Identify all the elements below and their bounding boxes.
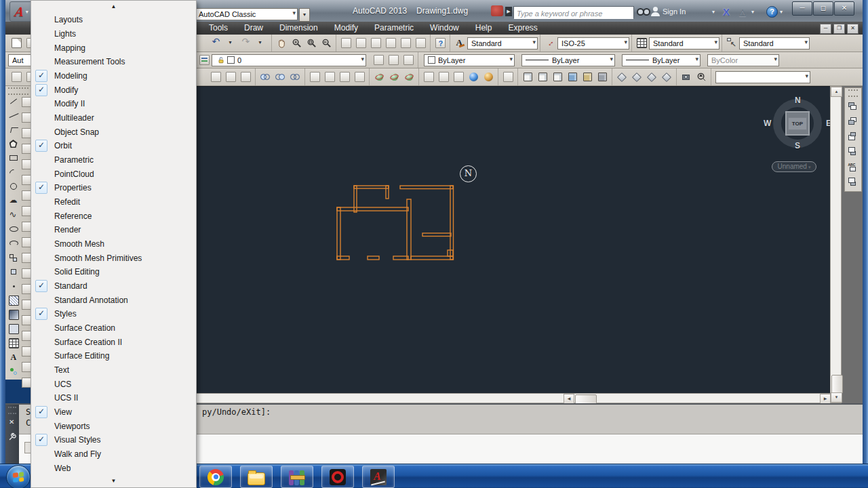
dimension-style-icon[interactable] — [545, 38, 555, 48]
region-icon[interactable] — [7, 322, 20, 336]
sheet-set-manager-icon[interactable] — [384, 37, 397, 50]
wall-segment[interactable] — [422, 233, 451, 237]
menubar-item-window[interactable]: Window — [422, 22, 467, 35]
send-under-objects-icon[interactable] — [846, 145, 859, 159]
union-icon[interactable] — [258, 70, 272, 84]
intersect-icon[interactable] — [288, 70, 302, 84]
new-file-icon[interactable] — [12, 38, 22, 48]
shades-of-gray-icon[interactable] — [615, 70, 629, 84]
text-style-icon[interactable] — [455, 38, 465, 48]
properties-palette-icon[interactable] — [339, 37, 353, 50]
layer-combo[interactable]: 0 — [212, 54, 366, 66]
viewcube[interactable]: N W E S TOP — [764, 96, 831, 150]
multileader-style-icon[interactable] — [727, 38, 737, 48]
north-symbol[interactable]: N — [460, 165, 477, 182]
color-combo[interactable]: ByLayer — [424, 54, 515, 66]
winrar-taskbar-button[interactable] — [281, 466, 313, 488]
menu-item-mapping[interactable]: Mapping — [32, 41, 195, 55]
subtract-icon[interactable] — [273, 70, 287, 84]
layer-states-icon[interactable] — [401, 54, 415, 67]
layer-properties-icon[interactable] — [199, 55, 210, 65]
unlock-icon[interactable] — [217, 56, 225, 64]
polyline-icon[interactable] — [7, 123, 20, 137]
infocenter-expand-icon[interactable]: ▶ — [505, 7, 512, 16]
menu-item-properties[interactable]: Properties — [32, 181, 195, 195]
menu-item-modify[interactable]: Modify — [32, 83, 195, 97]
quickcalc-icon[interactable] — [414, 37, 427, 50]
menubar-item-dimension[interactable]: Dimension — [271, 22, 326, 35]
multiline-text-icon[interactable] — [7, 350, 20, 365]
explorer-taskbar-button[interactable] — [240, 466, 273, 488]
constrained-orbit-icon[interactable] — [372, 70, 386, 84]
arc-icon[interactable] — [7, 165, 20, 180]
scroll-right-arrow[interactable]: ▶ — [820, 394, 831, 404]
zoom-previous-icon[interactable] — [319, 37, 333, 50]
command-customize-wrench-icon[interactable] — [8, 432, 17, 444]
zoom-window-icon[interactable] — [304, 37, 318, 50]
sign-in-dropdown-icon[interactable]: ▾ — [712, 5, 715, 18]
menu-item-surface-creation[interactable]: Surface Creation — [32, 321, 195, 336]
designcenter-icon[interactable] — [354, 37, 368, 50]
redo-icon[interactable] — [240, 37, 254, 50]
maximize-button[interactable]: ◻ — [813, 1, 833, 16]
spline-icon[interactable] — [7, 208, 20, 222]
wall-segment[interactable] — [386, 186, 389, 199]
scroll-down-arrow[interactable]: ▼ — [831, 392, 842, 403]
doc-minimize-button[interactable]: ─ — [820, 24, 831, 34]
menu-item-modeling[interactable]: Modeling — [32, 69, 195, 83]
toolbar-grip[interactable] — [848, 89, 858, 97]
table-icon[interactable] — [7, 336, 20, 350]
menu-item-viewports[interactable]: Viewports — [32, 419, 195, 433]
sketchy-icon[interactable] — [630, 70, 644, 84]
command-close-icon[interactable]: ✕ — [9, 418, 14, 426]
wall-segment[interactable] — [337, 207, 340, 260]
menu-item-styles[interactable]: Styles — [32, 307, 195, 321]
undo-arrow-icon[interactable] — [225, 37, 239, 50]
box-icon[interactable] — [209, 70, 222, 84]
tool-palettes-icon[interactable] — [369, 37, 382, 50]
menu-item-orbit[interactable]: Orbit — [32, 139, 195, 153]
menu-item-surface-editing[interactable]: Surface Editing — [32, 349, 195, 363]
continuous-orbit-icon[interactable] — [402, 70, 416, 84]
menu-item-parametric[interactable]: Parametric — [32, 153, 195, 167]
close-button[interactable]: ✕ — [834, 1, 854, 16]
menu-item-walk-and-fly[interactable]: Walk and Fly — [32, 447, 195, 462]
ground-shadow-icon[interactable] — [452, 70, 465, 84]
menu-item-ucs[interactable]: UCS — [32, 377, 195, 391]
free-orbit-icon[interactable] — [387, 70, 401, 84]
dimension-style-combo[interactable]: ISO-25 — [557, 37, 629, 49]
rectangle-icon[interactable] — [7, 151, 20, 165]
menu-item-web[interactable]: Web — [32, 462, 195, 476]
workspace-combo[interactable]: AutoCAD Classic — [195, 8, 298, 20]
menu-item-solid-editing[interactable]: Solid Editing — [32, 265, 195, 279]
recorder-taskbar-button[interactable] — [321, 466, 354, 488]
menu-item-multileader[interactable]: Multileader — [32, 111, 195, 125]
shaded-with-edges-icon[interactable] — [660, 70, 673, 84]
viewcube-south[interactable]: S — [795, 141, 800, 150]
no-shadow-icon[interactable] — [437, 70, 450, 84]
menubar-item-modify[interactable]: Modify — [326, 22, 366, 35]
search-binoculars-icon[interactable] — [637, 5, 650, 18]
viewcube-west[interactable]: W — [764, 119, 771, 128]
help-icon[interactable] — [433, 37, 447, 50]
bring-text-to-front-icon[interactable] — [846, 160, 859, 174]
autodesk-exchange-icon[interactable]: X — [723, 5, 730, 18]
menubar-item-draw[interactable]: Draw — [236, 22, 271, 35]
insert-block-icon[interactable] — [7, 251, 20, 265]
make-object-layer-current-icon[interactable] — [372, 54, 385, 67]
menu-item-measurement-tools[interactable]: Measurement Tools — [32, 55, 195, 69]
ellipse-icon[interactable] — [7, 222, 20, 237]
menu-item-text[interactable]: Text — [32, 363, 195, 378]
menu-item-object-snap[interactable]: Object Snap — [32, 125, 195, 139]
x-ray-icon[interactable] — [645, 70, 658, 84]
chrome-taskbar-button[interactable] — [199, 466, 232, 488]
menubar-item-express[interactable]: Express — [500, 22, 545, 35]
workspace-extra-dropdown[interactable]: ▾ — [299, 8, 310, 22]
undo-icon[interactable] — [210, 37, 224, 50]
make-block-icon[interactable] — [7, 265, 20, 279]
table-style-icon[interactable] — [637, 38, 647, 48]
lineweight-combo[interactable]: ByLayer — [622, 54, 701, 66]
viewcube-north[interactable]: N — [795, 96, 801, 105]
autodesk-360-icon[interactable]: △ — [739, 5, 746, 18]
menu-item-refedit[interactable]: Refedit — [32, 195, 195, 209]
